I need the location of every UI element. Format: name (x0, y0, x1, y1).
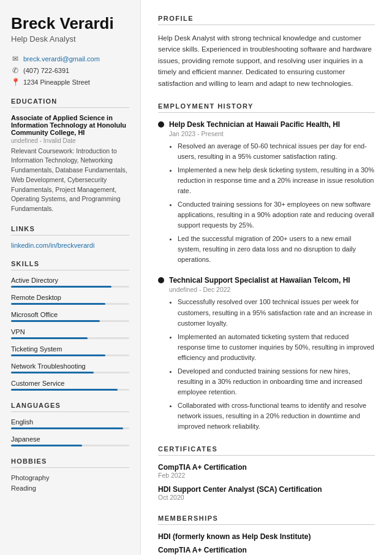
cert-date: Oct 2020 (158, 494, 375, 501)
email-icon: ✉ (11, 55, 20, 63)
skill-label: Microsoft Office (11, 311, 129, 318)
membership-entry: HDI (formerly known as Help Desk Institu… (158, 532, 375, 541)
skill-item: Microsoft Office (11, 311, 129, 322)
skill-bar-fill (11, 354, 105, 356)
skills-section-title: SKILLS (11, 260, 129, 270)
jobs-list: Help Desk Technician at Hawaii Pacific H… (158, 120, 375, 432)
language-item: Japanese (11, 435, 129, 446)
job-title-row: Help Desk Technician at Hawaii Pacific H… (158, 120, 375, 129)
skill-bar-bg (11, 303, 129, 305)
cert-name: CompTIA A+ Certification (158, 463, 375, 472)
skill-label: Customer Service (11, 380, 129, 387)
linkedin-link[interactable]: linkedin.com/in/breckverardi (11, 242, 129, 249)
hobby-item: Reading (11, 484, 129, 492)
skill-bar-bg (11, 320, 129, 322)
job-title-row: Technical Support Specialist at Hawaiian… (158, 276, 375, 285)
edu-coursework: Relevant Coursework: Introduction to Inf… (11, 147, 129, 214)
job-bullet: Led the successful migration of 200+ use… (178, 234, 375, 265)
skills-list: Active Directory Remote Desktop Microsof… (11, 277, 129, 391)
skill-bar-fill (11, 337, 88, 339)
certificates-list: CompTIA A+ Certification Feb 2022 HDI Su… (158, 463, 375, 501)
job-bullet: Successfully resolved over 100 technical… (178, 297, 375, 328)
contact-list: ✉ breck.verardi@gmail.com ✆ (407) 722-63… (11, 55, 129, 86)
sidebar: Breck Verardi Help Desk Analyst ✉ breck.… (0, 0, 141, 555)
job-dot (158, 121, 164, 128)
job-title: Technical Support Specialist at Hawaiian… (169, 276, 350, 285)
skill-bar-fill (11, 372, 94, 373)
skill-bar-bg (11, 354, 129, 356)
certificates-section-title: CERTIFICATES (158, 445, 375, 456)
languages-list: English Japanese (11, 418, 129, 446)
contact-address: 📍 1234 Pineapple Street (11, 78, 129, 86)
hobbies-section-title: HOBBIES (11, 457, 129, 468)
job-entry: Technical Support Specialist at Hawaiian… (158, 276, 375, 432)
job-entry: Help Desk Technician at Hawaii Pacific H… (158, 120, 375, 266)
language-label: Japanese (11, 435, 129, 443)
skill-bar-bg (11, 286, 129, 288)
email-link[interactable]: breck.verardi@gmail.com (23, 55, 100, 63)
profile-section-title: PROFILE (158, 15, 375, 25)
job-bullet: Resolved an average of 50-60 technical i… (178, 141, 375, 162)
candidate-title: Help Desk Analyst (11, 34, 129, 44)
profile-text: Help Desk Analyst with strong technical … (158, 33, 375, 89)
job-title: Help Desk Technician at Hawaii Pacific H… (169, 120, 340, 129)
contact-phone: ✆ (407) 722-6391 (11, 66, 129, 75)
links-list: linkedin.com/in/breckverardi (11, 242, 129, 249)
skill-bar-fill (11, 303, 105, 305)
job-dot (158, 277, 164, 283)
job-bullet: Collaborated with cross-functional teams… (178, 400, 375, 432)
skill-item: Customer Service (11, 380, 129, 391)
skill-bar-fill (11, 389, 118, 391)
job-bullet: Developed and conducted training session… (178, 366, 375, 397)
membership-entry: CompTIA A+ Certification (158, 546, 375, 554)
lang-bar-bg (11, 427, 129, 429)
location-icon: 📍 (11, 78, 20, 86)
skill-item: Ticketing System (11, 345, 129, 356)
skill-bar-bg (11, 372, 129, 373)
memberships-list: HDI (formerly known as Help Desk Institu… (158, 532, 375, 554)
contact-email: ✉ breck.verardi@gmail.com (11, 55, 129, 63)
skill-label: Network Troubleshooting (11, 362, 129, 370)
hobbies-list: PhotographyReading (11, 474, 129, 492)
cert-entry: HDI Support Center Analyst (SCA) Certifi… (158, 485, 375, 501)
main-content: PROFILE Help Desk Analyst with strong te… (141, 0, 392, 555)
job-bullet: Implemented an automated ticketing syste… (178, 332, 375, 363)
languages-section-title: LANGUAGES (11, 402, 129, 412)
skill-item: Network Troubleshooting (11, 362, 129, 373)
phone-number: (407) 722-6391 (23, 67, 69, 74)
lang-bar-fill (11, 445, 82, 446)
memberships-section-title: MEMBERSHIPS (158, 515, 375, 525)
job-bullets: Successfully resolved over 100 technical… (169, 297, 375, 432)
skill-item: Remote Desktop (11, 294, 129, 305)
lang-bar-fill (11, 427, 123, 429)
employment-section-title: EMPLOYMENT HISTORY (158, 102, 375, 113)
links-section-title: LINKS (11, 225, 129, 235)
skill-bar-fill (11, 286, 111, 288)
language-label: English (11, 418, 129, 426)
edu-degree: Associate of Applied Science in Informat… (11, 114, 129, 136)
skill-bar-bg (11, 337, 129, 339)
phone-icon: ✆ (11, 66, 20, 75)
job-date: undefined - Dec 2022 (169, 286, 375, 293)
language-item: English (11, 418, 129, 429)
skill-label: Remote Desktop (11, 294, 129, 301)
skill-bar-fill (11, 320, 100, 322)
cert-name: HDI Support Center Analyst (SCA) Certifi… (158, 485, 375, 494)
cert-date: Feb 2022 (158, 472, 375, 479)
skill-label: VPN (11, 328, 129, 335)
lang-bar-bg (11, 445, 129, 446)
skill-bar-bg (11, 389, 129, 391)
skill-item: VPN (11, 328, 129, 339)
skill-label: Ticketing System (11, 345, 129, 353)
job-date: Jan 2023 - Present (169, 130, 375, 137)
job-bullet: Conducted training sessions for 30+ empl… (178, 199, 375, 231)
edu-date: undefined - Invalid Date (11, 137, 129, 144)
job-bullets: Resolved an average of 50-60 technical i… (169, 141, 375, 266)
hobby-item: Photography (11, 474, 129, 481)
cert-entry: CompTIA A+ Certification Feb 2022 (158, 463, 375, 479)
address-text: 1234 Pineapple Street (23, 78, 90, 86)
candidate-name: Breck Verardi (11, 15, 129, 33)
job-bullet: Implemented a new help desk ticketing sy… (178, 165, 375, 196)
education-section-title: EDUCATION (11, 98, 129, 108)
skill-label: Active Directory (11, 277, 129, 284)
